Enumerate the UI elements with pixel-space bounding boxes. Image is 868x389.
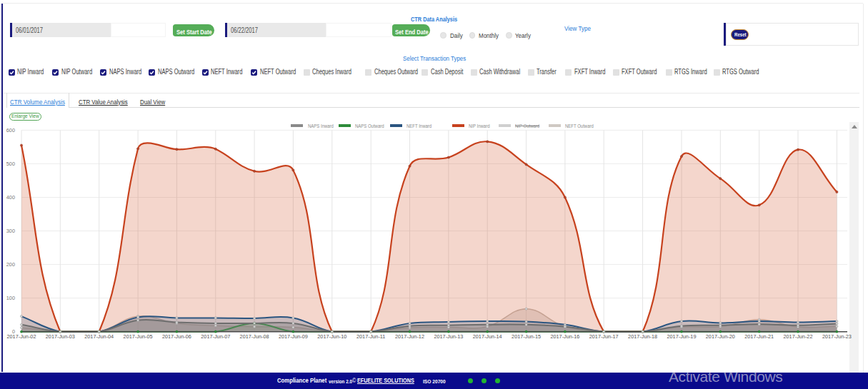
svg-text:2017-Jun-21: 2017-Jun-21: [744, 333, 774, 340]
svg-text:2017-Jun-22: 2017-Jun-22: [784, 333, 813, 340]
svg-text:2017-Jun-10: 2017-Jun-10: [317, 333, 346, 340]
svg-text:2017-Jun-08: 2017-Jun-08: [240, 333, 269, 340]
svg-text:2017-Jun-04: 2017-Jun-04: [84, 333, 114, 340]
svg-text:300: 300: [6, 228, 15, 234]
svg-text:2017-Jun-19: 2017-Jun-19: [667, 333, 697, 340]
svg-text:2017-Jun-16: 2017-Jun-16: [550, 333, 579, 340]
svg-text:2017-Jun-05: 2017-Jun-05: [124, 333, 153, 340]
svg-text:2017-Jun-02: 2017-Jun-02: [7, 333, 36, 340]
svg-text:2017-Jun-17: 2017-Jun-17: [589, 333, 619, 340]
svg-text:400: 400: [6, 194, 15, 201]
svg-text:2017-Jun-14: 2017-Jun-14: [473, 333, 502, 340]
svg-text:2017-Jun-03: 2017-Jun-03: [46, 333, 75, 340]
svg-text:500: 500: [6, 161, 15, 167]
svg-text:2017-Jun-07: 2017-Jun-07: [201, 333, 230, 340]
svg-text:600: 600: [6, 127, 15, 133]
svg-text:2017-Jun-09: 2017-Jun-09: [279, 333, 308, 340]
svg-text:2017-Jun-15: 2017-Jun-15: [512, 333, 541, 340]
svg-text:2017-Jun-18: 2017-Jun-18: [628, 333, 657, 340]
svg-text:2017-Jun-06: 2017-Jun-06: [162, 333, 191, 340]
svg-text:2017-Jun-13: 2017-Jun-13: [434, 333, 463, 340]
svg-text:2017-Jun-11: 2017-Jun-11: [356, 333, 385, 340]
svg-text:100: 100: [6, 295, 15, 301]
svg-text:2017-Jun-23: 2017-Jun-23: [822, 333, 852, 340]
svg-text:2017-Jun-12: 2017-Jun-12: [395, 333, 424, 340]
svg-text:200: 200: [6, 261, 15, 268]
svg-text:2017-Jun-20: 2017-Jun-20: [706, 333, 735, 340]
